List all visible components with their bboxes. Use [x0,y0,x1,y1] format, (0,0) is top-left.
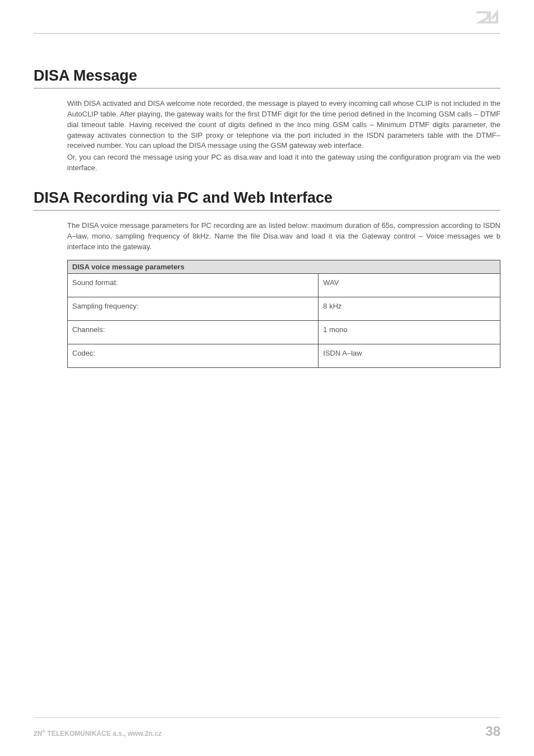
section-heading-disa-message: DISA Message [34,67,500,88]
page-header [34,0,500,34]
table-row: Sampling frequency: 8 kHz [68,297,500,321]
param-value: 8 kHz [318,297,500,321]
disa-message-paragraph-2: Or, you can record the message using you… [67,152,500,174]
param-value: WAV [318,274,500,297]
table-header: DISA voice message parameters [68,260,500,274]
footer-company-prefix: 2N [34,730,42,738]
disa-parameters-table: DISA voice message parameters Sound form… [67,260,500,368]
page-footer: 2N® TELEKOMUNIKACE a.s., www.2n.cz 38 [34,717,500,739]
page-number: 38 [485,724,500,739]
param-value: ISDN A–law [318,344,500,368]
table-row: Channels: 1 mono [68,321,500,344]
section-heading-disa-recording: DISA Recording via PC and Web Interface [34,189,500,211]
disa-recording-paragraph-1: The DISA voice message parameters for PC… [67,221,500,253]
param-label: Channels: [68,321,318,344]
param-label: Sampling frequency: [68,297,318,321]
table-row: Codec: ISDN A–law [68,344,500,368]
param-value: 1 mono [318,321,500,344]
footer-company: 2N® TELEKOMUNIKACE a.s., www.2n.cz [34,729,162,738]
table-row: Sound format: WAV [68,274,500,297]
param-label: Sound format: [68,274,318,297]
page-content: DISA Message With DISA activated and DIS… [0,34,534,368]
brand-logo [476,10,500,26]
footer-company-suffix: TELEKOMUNIKACE a.s., www.2n.cz [45,730,162,738]
disa-message-paragraph-1: With DISA activated and DISA welcome not… [67,99,500,151]
param-label: Codec: [68,344,318,368]
